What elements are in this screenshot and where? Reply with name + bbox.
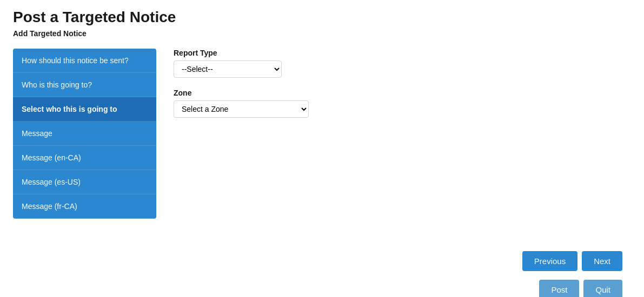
zone-select[interactable]: Select a Zone	[174, 100, 309, 118]
next-button[interactable]: Next	[582, 251, 622, 271]
report-type-label: Report Type	[174, 49, 631, 57]
page-title: Post a Targeted Notice	[13, 9, 631, 26]
page-subtitle: Add Targeted Notice	[13, 29, 631, 38]
zone-group: Zone Select a Zone	[174, 89, 631, 118]
zone-label: Zone	[174, 89, 631, 97]
previous-button[interactable]: Previous	[522, 251, 577, 271]
report-type-group: Report Type --Select--	[174, 49, 631, 78]
sidebar-item-select-who[interactable]: Select who this is going to	[13, 97, 156, 122]
sidebar-item-who-going[interactable]: Who is this going to?	[13, 73, 156, 97]
sidebar-item-message-es-us[interactable]: Message (es-US)	[13, 170, 156, 194]
sidebar-item-message[interactable]: Message	[13, 122, 156, 146]
footer-buttons-row1: Previous Next	[13, 251, 631, 271]
quit-button[interactable]: Quit	[583, 280, 622, 297]
form-area: Report Type --Select-- Zone Select a Zon…	[174, 49, 631, 219]
sidebar-item-message-fr-ca[interactable]: Message (fr-CA)	[13, 194, 156, 219]
footer-buttons-row2: Post Quit	[13, 280, 631, 297]
main-content: How should this notice be sent? Who is t…	[13, 49, 631, 219]
post-button[interactable]: Post	[539, 280, 579, 297]
sidebar: How should this notice be sent? Who is t…	[13, 49, 156, 219]
sidebar-item-how-sent[interactable]: How should this notice be sent?	[13, 49, 156, 73]
report-type-select[interactable]: --Select--	[174, 60, 282, 78]
sidebar-item-message-en-ca[interactable]: Message (en-CA)	[13, 146, 156, 170]
